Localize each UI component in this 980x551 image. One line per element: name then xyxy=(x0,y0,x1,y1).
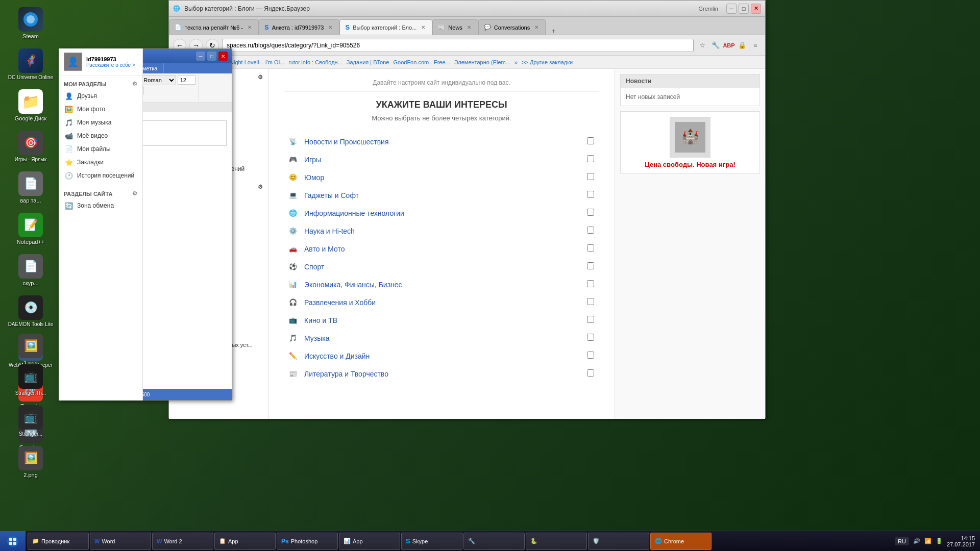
browser-tab-3[interactable]: S Выбор категорий : Бло... ✕ xyxy=(339,19,432,35)
word-minimize-button[interactable]: ─ xyxy=(196,52,205,61)
taskbar-word2[interactable]: W Word 2 xyxy=(152,533,213,550)
browser-tab-4[interactable]: 📰 News ✕ xyxy=(432,19,478,35)
google-drive-icon[interactable]: 📁 Google Диск xyxy=(5,87,56,123)
tab1-close[interactable]: ✕ xyxy=(246,24,253,31)
bookmark-star-icon[interactable]: ☆ xyxy=(697,40,708,51)
cat-checkbox-news-events[interactable] xyxy=(583,133,598,150)
img2-icon[interactable]: 🖼️ 2.png xyxy=(5,444,56,480)
tab5-close[interactable]: ✕ xyxy=(533,24,540,31)
games-icon[interactable]: 🎯 Игры - Ярлык xyxy=(5,129,56,164)
category-row-literature[interactable]: 📰 Литература и Творчество xyxy=(285,365,598,382)
bookmark-rutor[interactable]: rutor.info : Свободн... xyxy=(288,59,342,65)
category-row-sport[interactable]: ⚽ Спорт xyxy=(285,258,598,275)
browser-tab-1[interactable]: 📄 текста на репайт №6 - ✕ xyxy=(169,19,259,35)
category-row-art[interactable]: ✏️ Искусство и Дизайн xyxy=(285,347,598,364)
profile-mini-desc[interactable]: Расскажите о себе > xyxy=(86,62,135,68)
tab4-close[interactable]: ✕ xyxy=(465,24,473,31)
browser-tab-5[interactable]: 💬 Conversations ✕ xyxy=(478,19,546,35)
tab3-close[interactable]: ✕ xyxy=(420,24,427,31)
extensions-icon[interactable]: 🔧 xyxy=(710,40,721,51)
taskbar-skype[interactable]: S Skype xyxy=(401,533,462,550)
small-sidebar-site-settings-icon[interactable]: ⚙ xyxy=(132,190,137,197)
category-row-music[interactable]: 🎵 Музыка xyxy=(285,330,598,346)
category-row-games[interactable]: 🎮 Игры xyxy=(285,151,598,168)
word-close-button[interactable]: ✕ xyxy=(218,52,228,61)
small-sidebar-bookmarks[interactable]: ⭐ Закладки xyxy=(59,156,142,169)
bookmark-others-label[interactable]: >> Другие закладки xyxy=(522,59,573,65)
cat-checkbox-art[interactable] xyxy=(583,347,598,364)
cat-checkbox-entertainment[interactable] xyxy=(583,294,598,311)
small-sidebar-history[interactable]: 🕐 История посещений xyxy=(59,169,142,182)
bookmark-goodfon[interactable]: GoodFon.com - Free... xyxy=(393,59,450,65)
taskbar-app3[interactable]: 📋 App xyxy=(214,533,276,550)
small-sidebar-files[interactable]: 📄 Мои файлы xyxy=(59,142,142,156)
vartag-icon[interactable]: 📄 вар та... xyxy=(5,169,56,206)
steam-icon[interactable]: Steam xyxy=(5,5,56,41)
category-row-cinema[interactable]: 📺 Кино и ТВ xyxy=(285,312,598,329)
cat-checkbox-gadgets[interactable] xyxy=(583,187,598,204)
category-row-it[interactable]: 🌐 Информационные технологии xyxy=(285,205,598,221)
category-row-humor[interactable]: 😊 Юмор xyxy=(285,169,598,186)
small-sidebar-friends[interactable]: 👤 Друзья xyxy=(59,89,142,103)
taskbar-app7[interactable]: 🔧 xyxy=(463,533,525,550)
cat-checkbox-it[interactable] xyxy=(583,205,598,221)
category-row-news-events[interactable]: 📡 Новости и Происшествия xyxy=(285,133,598,150)
cat-checkbox-auto[interactable] xyxy=(583,240,598,257)
cat-checkbox-music[interactable] xyxy=(583,330,598,346)
cat-checkbox-sport[interactable] xyxy=(583,258,598,275)
taskbar-explorer[interactable]: 📁 Проводник xyxy=(28,533,89,550)
sidebar-site-settings-icon[interactable]: ⚙ xyxy=(258,184,263,190)
browser-address-input[interactable] xyxy=(222,39,694,52)
cat-checkbox-economy[interactable] xyxy=(583,276,598,293)
taskbar-volume-icon[interactable]: 🔊 xyxy=(913,538,920,544)
browser-tab-2[interactable]: S Анкета : id79919973 ✕ xyxy=(259,19,339,35)
taskbar-network-icon[interactable]: 📶 xyxy=(924,538,932,544)
browser-close-button[interactable]: ✕ xyxy=(751,4,761,14)
cat-checkbox-cinema[interactable] xyxy=(583,312,598,329)
taskbar-app5[interactable]: 📊 App xyxy=(339,533,400,550)
browser-maximize-button[interactable]: □ xyxy=(739,4,749,14)
taskbar-lang[interactable]: RU xyxy=(895,537,909,545)
cat-checkbox-games[interactable] xyxy=(583,151,598,168)
taskbar-snake[interactable]: 🐍 xyxy=(526,533,587,550)
word-maximize-button[interactable]: □ xyxy=(207,52,216,61)
word-font-size-input[interactable] xyxy=(178,76,195,85)
vpn-icon[interactable]: 🔒 xyxy=(737,40,748,51)
settings-icon[interactable]: ≡ xyxy=(750,40,761,51)
bookmark-others[interactable]: » xyxy=(514,59,518,65)
taskbar-photoshop[interactable]: Ps Photoshop xyxy=(277,533,338,550)
small-sidebar-video[interactable]: 📹 Моё видео xyxy=(59,129,142,142)
sidebar-settings-icon[interactable]: ⚙ xyxy=(258,74,263,81)
right-panel-ad-link[interactable]: Цена свободы. Новая игра! xyxy=(626,161,754,168)
cat-checkbox-humor[interactable] xyxy=(583,169,598,186)
cat-label-news-events: Новости и Происшествия xyxy=(302,133,582,150)
stranger2-icon[interactable]: 📺 Stranger... xyxy=(5,403,56,439)
skurik-icon[interactable]: 📄 скур... xyxy=(5,252,56,288)
taskbar-antivirus[interactable]: 🛡️ xyxy=(588,533,649,550)
new-tab-button[interactable]: + xyxy=(546,27,561,35)
cat-checkbox-science[interactable] xyxy=(583,222,598,239)
notepadpp-icon[interactable]: 📝 Notepad++ xyxy=(5,211,56,247)
category-row-science[interactable]: ⚙️ Наука и Hi-tech xyxy=(285,222,598,239)
bookmark-btone[interactable]: Задания | BTone xyxy=(347,59,389,65)
small-sidebar-exchange[interactable]: 🔄 Зона обмена xyxy=(59,199,142,212)
small-sidebar-photos[interactable]: 🖼️ Мои фото xyxy=(59,103,142,116)
dc-universe-icon[interactable]: 🦸 DC Universe Online xyxy=(5,46,56,82)
bookmark-elementarno[interactable]: Элементарно (Elem... xyxy=(454,59,510,65)
category-row-entertainment[interactable]: 🎧 Развлечения и Хобби xyxy=(285,294,598,311)
daemon-icon[interactable]: 💿 DAEMON Tools Lite xyxy=(5,293,56,329)
tab2-close[interactable]: ✕ xyxy=(327,24,334,31)
start-button[interactable] xyxy=(0,531,26,552)
browser-minimize-button[interactable]: ─ xyxy=(726,4,737,14)
adblock-icon[interactable]: ABP xyxy=(723,40,734,51)
cat-checkbox-literature[interactable] xyxy=(583,365,598,382)
category-row-economy[interactable]: 📊 Экономика, Финансы, Бизнес xyxy=(285,276,598,293)
taskbar-chrome[interactable]: 🌐 Chrome xyxy=(650,533,712,550)
category-row-gadgets[interactable]: 💻 Гаджеты и Софт xyxy=(285,187,598,204)
bookmark-lovell[interactable]: Night Lovell – I'm Ol... xyxy=(230,59,284,65)
stranger-icon[interactable]: 📺 Stranger.Th... xyxy=(5,362,56,398)
small-sidebar-settings-icon[interactable]: ⚙ xyxy=(132,81,137,87)
category-row-auto[interactable]: 🚗 Авто и Мото xyxy=(285,240,598,257)
small-sidebar-music[interactable]: 🎵 Моя музыка xyxy=(59,116,142,129)
taskbar-word1[interactable]: W Word xyxy=(90,533,151,550)
